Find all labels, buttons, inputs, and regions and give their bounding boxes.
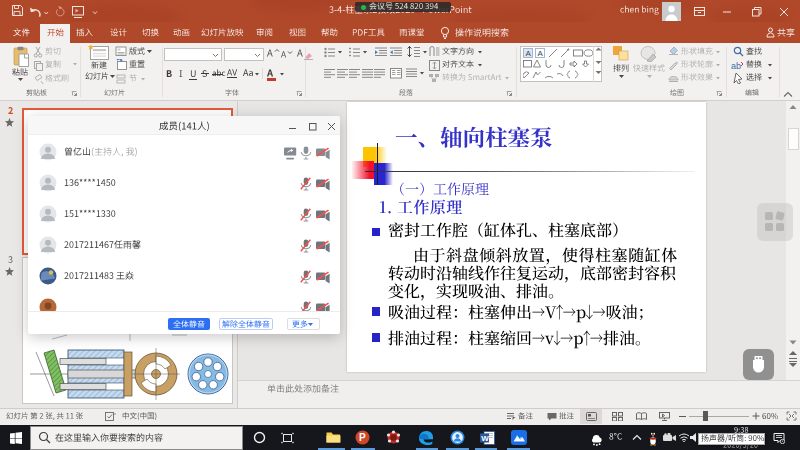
svg-text:ab: ab [731, 61, 741, 71]
svg-text:W: W [481, 434, 489, 443]
svg-text:A: A [526, 49, 532, 58]
svg-text:P: P [359, 432, 366, 443]
svg-text:A: A [538, 49, 544, 58]
